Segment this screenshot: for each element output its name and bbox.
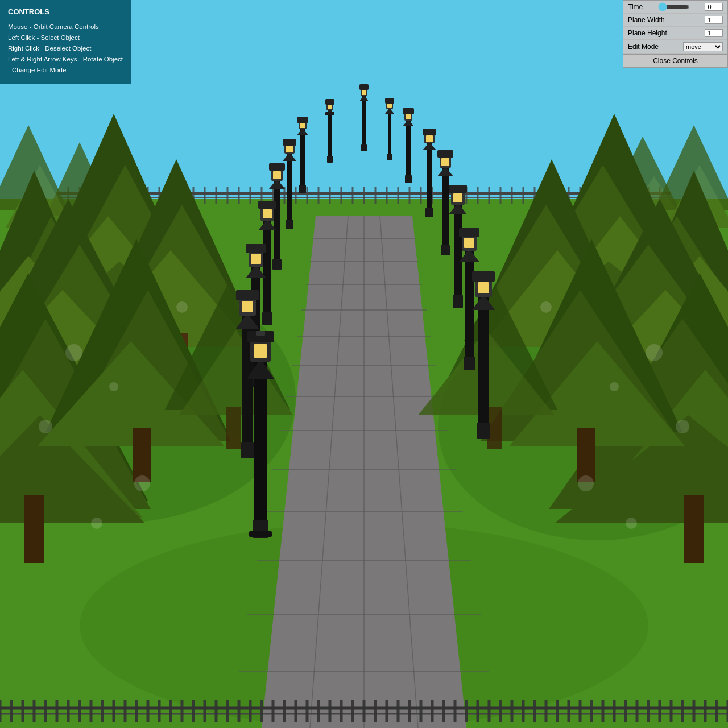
controls-item-1: Left Click - Select Object — [8, 32, 123, 43]
svg-rect-189 — [403, 108, 414, 114]
svg-rect-208 — [272, 259, 282, 270]
svg-rect-172 — [361, 144, 367, 151]
svg-marker-192 — [283, 152, 296, 161]
svg-rect-165 — [325, 112, 334, 115]
svg-rect-164 — [325, 99, 334, 105]
svg-point-151 — [646, 344, 663, 361]
svg-rect-140 — [577, 428, 595, 482]
svg-rect-143 — [226, 407, 241, 449]
svg-point-155 — [134, 475, 150, 491]
svg-point-153 — [540, 301, 552, 313]
time-slider[interactable] — [658, 3, 689, 10]
svg-marker-198 — [423, 142, 436, 150]
svg-rect-238 — [464, 357, 475, 370]
controls-item-0: Mouse - Orbit Camera Controls — [8, 22, 123, 32]
svg-rect-233 — [465, 249, 474, 367]
svg-point-148 — [39, 420, 52, 433]
svg-rect-167 — [362, 95, 366, 149]
svg-point-156 — [578, 475, 594, 491]
svg-rect-177 — [385, 98, 394, 104]
svg-rect-215 — [263, 219, 271, 321]
svg-rect-203 — [274, 179, 280, 267]
svg-rect-182 — [300, 122, 305, 128]
svg-rect-176 — [387, 104, 392, 108]
edit-mode-label: Edit Mode — [628, 43, 659, 51]
svg-rect-248 — [478, 282, 489, 293]
svg-rect-224 — [453, 193, 462, 202]
svg-rect-185 — [406, 119, 411, 181]
svg-rect-243 — [236, 290, 259, 300]
svg-rect-114 — [133, 428, 151, 482]
plane-height-input[interactable] — [705, 29, 723, 37]
svg-point-154 — [610, 382, 619, 391]
svg-rect-163 — [328, 105, 332, 109]
controls-item-3: Left & Right Arrow Keys - Rotate Object — [8, 54, 123, 65]
plane-width-row: Plane Width — [623, 14, 727, 27]
svg-rect-212 — [441, 158, 449, 166]
3d-scene — [0, 0, 728, 728]
scene-svg — [0, 0, 728, 728]
svg-rect-226 — [453, 295, 463, 308]
svg-point-157 — [91, 518, 102, 529]
svg-rect-256 — [256, 331, 265, 336]
svg-rect-200 — [426, 135, 433, 142]
svg-rect-195 — [283, 139, 296, 146]
plane-width-label: Plane Width — [628, 16, 665, 24]
time-row: Time — [623, 1, 727, 14]
close-controls-button[interactable]: Close Controls — [623, 54, 727, 67]
controls-title: CONTROLS — [8, 6, 123, 18]
svg-rect-221 — [454, 203, 462, 304]
svg-point-150 — [109, 382, 118, 391]
svg-rect-166 — [327, 156, 333, 163]
svg-rect-132 — [684, 495, 704, 563]
svg-rect-220 — [262, 312, 272, 325]
svg-rect-237 — [459, 228, 479, 237]
svg-rect-244 — [241, 442, 254, 458]
svg-rect-249 — [472, 271, 495, 282]
svg-rect-231 — [246, 244, 266, 253]
svg-point-158 — [626, 518, 637, 529]
svg-point-147 — [65, 344, 82, 361]
plane-width-input[interactable] — [705, 16, 723, 24]
svg-marker-210 — [437, 167, 453, 176]
svg-point-149 — [176, 301, 188, 313]
svg-rect-191 — [287, 152, 292, 226]
svg-rect-178 — [387, 154, 392, 160]
controls-item-4: - Change Edit Mode — [8, 65, 123, 76]
svg-rect-159 — [328, 109, 332, 160]
svg-rect-219 — [258, 201, 276, 209]
svg-rect-214 — [441, 245, 450, 255]
svg-rect-171 — [359, 84, 369, 90]
svg-point-152 — [676, 420, 689, 433]
svg-rect-196 — [286, 220, 293, 229]
svg-rect-236 — [464, 238, 474, 248]
svg-rect-207 — [269, 163, 285, 171]
plane-height-row: Plane Height — [623, 27, 727, 40]
time-label: Time — [628, 3, 643, 11]
svg-rect-190 — [405, 175, 412, 183]
svg-rect-173 — [388, 108, 391, 158]
svg-rect-202 — [425, 208, 433, 217]
time-value[interactable] — [705, 3, 723, 11]
svg-rect-254 — [254, 344, 267, 358]
svg-rect-201 — [423, 129, 436, 135]
svg-rect-106 — [24, 495, 44, 563]
controls-item-2: Right Click - Deselect Object — [8, 43, 123, 54]
svg-rect-209 — [442, 167, 449, 253]
svg-rect-225 — [449, 185, 467, 193]
settings-panel: Time Plane Width Plane Height Edit Mode … — [623, 0, 728, 68]
svg-rect-194 — [286, 146, 293, 152]
controls-panel: CONTROLS Mouse - Orbit Camera Controls L… — [0, 0, 131, 84]
svg-rect-206 — [273, 171, 281, 179]
edit-mode-select[interactable]: move rotate scale — [683, 42, 723, 51]
svg-rect-170 — [362, 90, 366, 95]
svg-rect-245 — [478, 294, 489, 435]
svg-rect-213 — [437, 150, 453, 158]
svg-rect-184 — [299, 185, 306, 193]
svg-rect-183 — [297, 117, 308, 123]
svg-rect-218 — [263, 209, 272, 218]
edit-mode-row: Edit Mode move rotate scale — [623, 40, 727, 54]
svg-rect-258 — [249, 531, 272, 537]
svg-rect-179 — [300, 128, 305, 191]
svg-rect-230 — [251, 254, 261, 264]
